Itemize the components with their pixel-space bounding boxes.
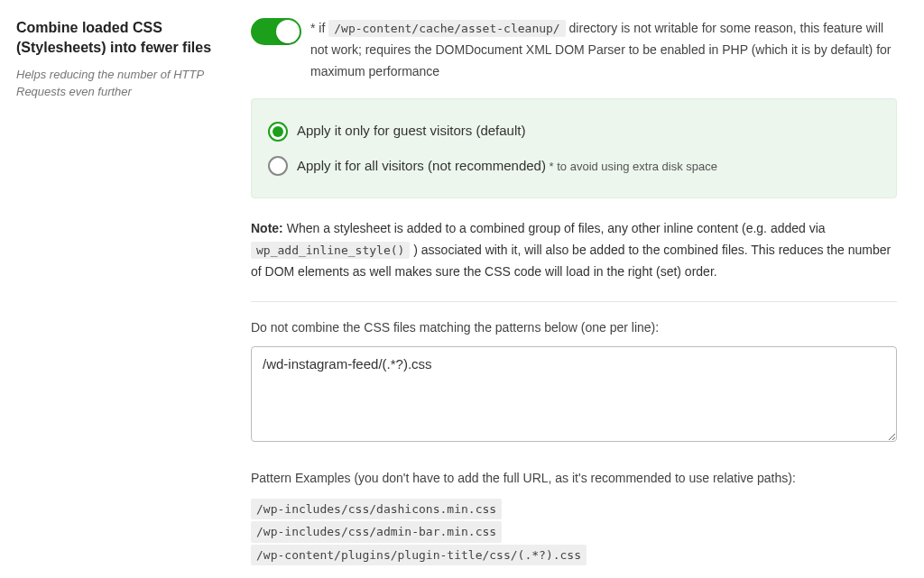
radio-all-label: Apply it for all visitors (not recommend…	[297, 156, 717, 177]
separator	[251, 301, 897, 302]
setting-label-column: Combine loaded CSS (Stylesheets) into fe…	[16, 18, 233, 567]
toggle-desc-prefix: * if	[310, 21, 328, 35]
example-line: /wp-includes/css/admin-bar.min.css	[251, 521, 502, 543]
radio-guest-visitors[interactable]: Apply it only for guest visitors (defaul…	[268, 114, 880, 149]
cache-path-code: /wp-content/cache/asset-cleanup/	[328, 20, 565, 37]
setting-content-column: * if /wp-content/cache/asset-cleanup/ di…	[251, 18, 897, 567]
radio-all-text: Apply it for all visitors (not recommend…	[297, 158, 546, 173]
examples-block: /wp-includes/css/dashicons.min.css /wp-i…	[251, 499, 897, 568]
toggle-row: * if /wp-content/cache/asset-cleanup/ di…	[251, 18, 897, 82]
note-label: Note:	[251, 221, 283, 235]
note-block: Note: When a stylesheet is added to a co…	[251, 218, 897, 282]
setting-row-combine-css: Combine loaded CSS (Stylesheets) into fe…	[16, 18, 897, 567]
radio-icon	[268, 122, 288, 142]
note-code: wp_add_inline_style()	[251, 242, 410, 259]
radio-all-hint: * to avoid using extra disk space	[546, 160, 717, 173]
radio-guest-label: Apply it only for guest visitors (defaul…	[297, 121, 525, 142]
setting-subtitle: Helps reducing the number of HTTP Reques…	[16, 66, 233, 101]
example-line: /wp-content/plugins/plugin-title/css/(.*…	[251, 545, 587, 566]
setting-title: Combine loaded CSS (Stylesheets) into fe…	[16, 18, 233, 59]
examples-label: Pattern Examples (you don't have to add …	[251, 469, 897, 488]
radio-icon	[268, 156, 288, 176]
toggle-description: * if /wp-content/cache/asset-cleanup/ di…	[310, 18, 897, 82]
patterns-label: Do not combine the CSS files matching th…	[251, 318, 897, 337]
visitor-options-box: Apply it only for guest visitors (defaul…	[251, 98, 897, 198]
toggle-knob	[276, 20, 300, 43]
note-part1: When a stylesheet is added to a combined…	[283, 221, 826, 235]
radio-all-visitors[interactable]: Apply it for all visitors (not recommend…	[268, 149, 880, 184]
example-line: /wp-includes/css/dashicons.min.css	[251, 499, 502, 520]
combine-css-toggle[interactable]	[251, 18, 301, 45]
exclude-patterns-textarea[interactable]	[251, 346, 897, 442]
